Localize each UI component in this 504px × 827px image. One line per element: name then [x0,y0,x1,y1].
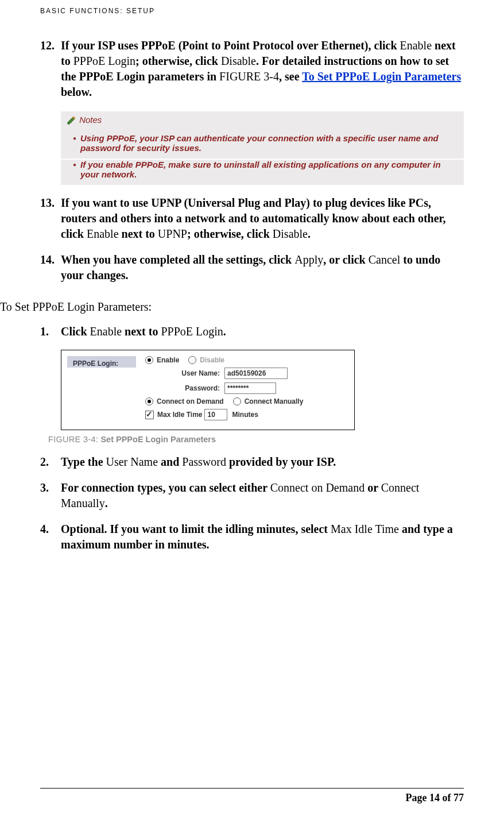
note-text: If you enable PPPoE, make sure to uninst… [80,160,456,179]
term: User Name [106,455,158,468]
radio-connect-on-demand[interactable] [145,397,153,405]
substep-2: 2. Type the User Name and Password provi… [40,454,464,470]
term: UPNP [158,227,187,240]
figure-side-label: PPPoE Login: [67,356,136,368]
term: Connect on Demand [270,481,365,494]
text: . [223,325,226,338]
text: , see [279,70,302,83]
term: Disable [273,227,308,240]
text: , or click [323,253,369,266]
radio-enable-label: Enable [157,356,179,364]
term: Enable [87,227,119,240]
text: below. [61,86,92,98]
term: PPPoE Login [73,55,135,67]
checkbox-max-idle[interactable] [145,411,154,419]
radio-disable[interactable] [188,356,196,364]
term: Enable [400,39,432,52]
text: When you have completed all the settings… [61,253,294,266]
term: Password [182,455,226,468]
term: Cancel [369,253,401,266]
step-number: 3. [40,480,61,511]
connect-manually-label: Connect Manually [245,397,304,405]
figure-caption-title: Set PPPoE Login Parameters [100,435,216,444]
text: . [308,227,311,240]
radio-disable-label: Disable [200,356,224,364]
notes-icon [67,116,77,125]
notes-title: Notes [79,115,102,125]
term: Disable [221,55,256,67]
text: next to [122,325,161,338]
bullet-icon: ▪ [69,160,80,179]
text: provided by your ISP. [226,455,336,468]
step-number: 1. [40,324,61,339]
text: and [158,455,182,468]
text: Optional. If you want to limit the idlin… [61,523,331,535]
text: For connection types, you can select eit… [61,481,270,494]
step-number: 4. [40,521,61,552]
term: Max Idle Time [331,523,399,535]
text: or [365,481,381,494]
minutes-label: Minutes [232,411,258,419]
step-14: 14. When you have completed all the sett… [40,252,464,283]
bullet-icon: ▪ [69,133,80,153]
substep-4: 4. Optional. If you want to limit the id… [40,521,464,552]
step-number: 2. [40,454,61,470]
page-footer: Page 14 of 77 [40,788,464,804]
substep-1: 1. Click Enable next to PPPoE Login. [40,324,464,339]
text: If your ISP uses PPPoE (Point to Point P… [61,39,400,52]
term: Apply [294,253,323,266]
user-name-label: User Name: [145,369,224,377]
figure-3-4: PPPoE Login: Enable Disable User Name: a… [61,350,355,430]
step-number: 14. [40,252,61,283]
figure-caption: FIGURE 3-4: Set PPPoE Login Parameters [48,435,464,444]
step-number: 12. [40,38,61,100]
text: Click [61,325,90,338]
radio-enable[interactable] [145,356,153,364]
radio-connect-manually[interactable] [233,397,241,405]
connect-on-demand-label: Connect on Demand [157,397,224,405]
step-12: 12. If your ISP uses PPPoE (Point to Poi… [40,38,464,100]
text: . [105,497,108,509]
notes-box: Notes ▪ Using PPPoE, your ISP can authen… [61,111,464,185]
text: Type the [61,455,106,468]
link-set-pppoe[interactable]: To Set PPPoE Login Parameters [302,70,461,83]
substep-3: 3. For connection types, you can select … [40,480,464,511]
user-name-input[interactable]: ad50159026 [224,368,288,379]
term: PPPoE Login [161,325,223,338]
password-input[interactable]: ******** [224,382,276,394]
max-idle-input[interactable]: 10 [204,409,227,420]
text: ; otherwise, click [135,55,221,67]
page: BASIC FUNCTIONS: SETUP 12. If your ISP u… [0,0,504,827]
text: next to [119,227,158,240]
step-13: 13. If you want to use UPNP (Universal P… [40,195,464,242]
note-text: Using PPPoE, your ISP can authenticate y… [80,133,456,153]
note-item: ▪ Using PPPoE, your ISP can authenticate… [61,133,464,160]
page-header: BASIC FUNCTIONS: SETUP [40,7,464,15]
term: Enable [90,325,122,338]
max-idle-label: Max Idle Time [157,411,202,419]
term: FIGURE 3-4 [219,70,279,83]
section-heading: To Set PPPoE Login Parameters: [0,300,464,314]
figure-caption-lead: FIGURE 3-4: [48,435,100,444]
password-label: Password: [145,384,224,392]
text: ; otherwise, click [187,227,273,240]
note-item: ▪ If you enable PPPoE, make sure to unin… [61,160,464,185]
step-number: 13. [40,195,61,242]
